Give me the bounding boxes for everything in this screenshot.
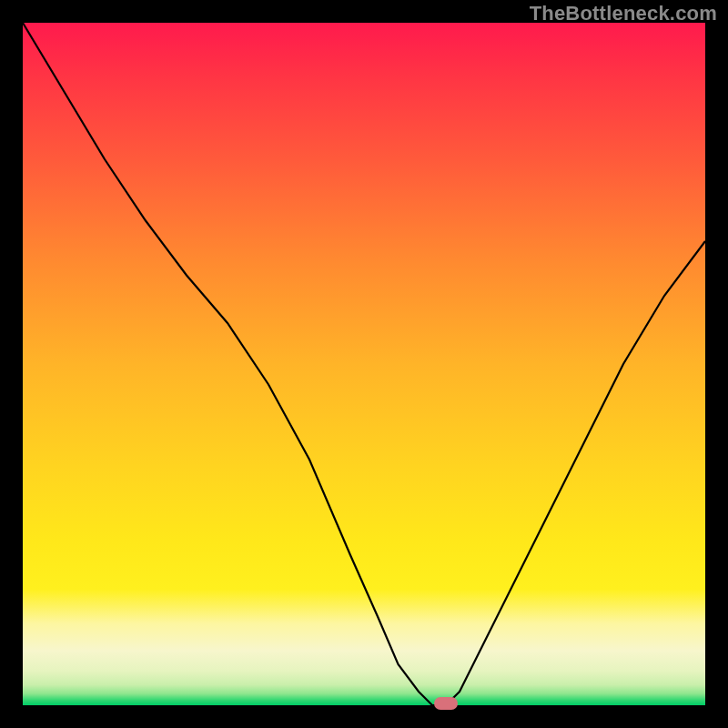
optimal-point-marker [434, 697, 458, 710]
bottleneck-curve [23, 23, 705, 705]
curve-path [23, 23, 705, 705]
plot-area [23, 23, 705, 705]
chart-frame: TheBottleneck.com [0, 0, 728, 728]
